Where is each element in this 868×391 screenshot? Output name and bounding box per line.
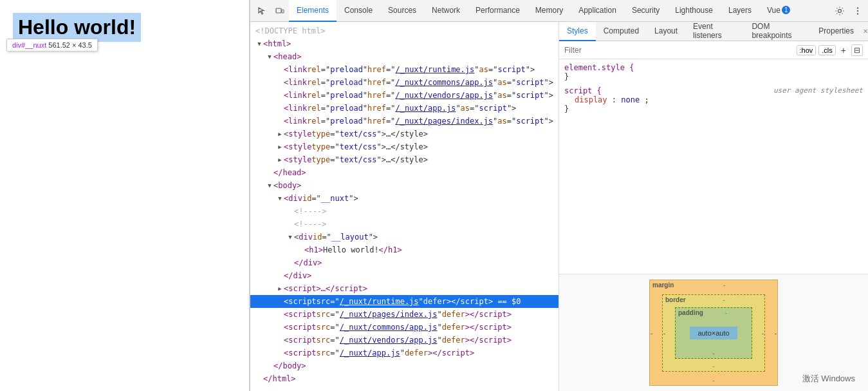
tooltip-tag: div#__nuxt	[12, 41, 46, 49]
svg-point-2	[838, 9, 842, 12]
line-div-nuxt[interactable]: ▼ <div id="__nuxt">	[250, 192, 559, 205]
line-script-pages: <script src="/_nuxt/pages/index.js" defe…	[250, 308, 559, 321]
box-content-inner: auto×auto	[690, 327, 737, 339]
expand-layout[interactable]: ▼	[286, 233, 294, 241]
toolbar-right	[832, 3, 865, 19]
line-link-3: <link rel="preload" href="/_nuxt/vendors…	[250, 89, 559, 102]
tab-layers[interactable]: Layers	[721, 0, 759, 22]
filter-cls-button[interactable]: .cls	[818, 45, 836, 55]
expand-html[interactable]: ▼	[255, 40, 263, 48]
line-head-open[interactable]: ▼ <head>	[250, 50, 559, 63]
svg-point-3	[857, 7, 858, 8]
expand-style2[interactable]: ▶	[276, 143, 284, 151]
line-script-commons: <script src="/_nuxt/commons/app.js" defe…	[250, 321, 559, 334]
line-div-layout[interactable]: ▼ <div id="__layout">	[250, 231, 559, 243]
subtab-computed[interactable]: Computed	[596, 22, 647, 41]
tab-application[interactable]: Application	[571, 0, 624, 22]
expand-head[interactable]: ▼	[266, 53, 273, 61]
box-border-inner: border - padding -	[662, 294, 765, 372]
expand-script-inline[interactable]: ▶	[276, 285, 284, 292]
expand-body[interactable]: ▼	[266, 182, 273, 189]
more-options-icon[interactable]	[850, 3, 865, 19]
line-body-close: </body>	[250, 359, 559, 372]
box-margin-right: -	[775, 329, 777, 336]
element-style-selector: element.style {	[564, 63, 863, 72]
subtab-properties[interactable]: Properties	[811, 22, 862, 41]
tab-console[interactable]: Console	[337, 0, 380, 22]
svg-point-5	[857, 13, 858, 14]
devtools-tabs: Elements Console Sources Network Perform…	[289, 0, 832, 22]
line-style-1[interactable]: ▶ <style type="text/css">…</style>	[250, 128, 559, 140]
subtab-event-listeners[interactable]: Event listeners	[685, 22, 744, 41]
line-link-1: <link rel="preload" href="/_nuxt/runtime…	[250, 63, 559, 76]
box-margin-left: -	[651, 329, 652, 336]
sub-tabs: Styles Computed Layout Event listeners D…	[559, 22, 868, 41]
subtab-styles[interactable]: Styles	[559, 22, 596, 41]
filter-hov-button[interactable]: :hov	[797, 45, 817, 55]
settings-icon[interactable]	[832, 3, 847, 19]
subtab-dom-breakpoints[interactable]: DOM breakpoints	[744, 22, 811, 41]
line-script-app: <script src="/_nuxt/app.js" defer></scri…	[250, 347, 559, 359]
add-style-rule-icon[interactable]: +	[841, 45, 846, 55]
tab-lighthouse[interactable]: Lighthouse	[667, 0, 721, 22]
element-style-block: element.style { }	[564, 63, 863, 81]
filter-bar: :hov .cls + ⊟	[559, 41, 868, 59]
devtools-panel: Elements Console Sources Network Perform…	[250, 0, 868, 391]
box-margin: margin - border -	[649, 280, 778, 386]
devtools-main: <!DOCTYPE html> ▼ <html> ▼ <head> <link …	[250, 22, 868, 391]
preview-area: Hello world! div#__nuxt 561.52 × 43.5	[0, 0, 250, 391]
device-toggle-icon[interactable]	[272, 3, 288, 19]
box-border-right: -	[762, 329, 764, 336]
line-link-5: <link rel="preload" href="/_nuxt/pages/i…	[250, 115, 559, 128]
filter-options: :hov .cls + ⊟	[797, 44, 863, 56]
script-display-property: display : none ;	[564, 95, 863, 104]
line-html-open[interactable]: ▼ <html>	[250, 37, 559, 50]
script-style-close: }	[564, 104, 863, 113]
line-style-3[interactable]: ▶ <style type="text/css">…</style>	[250, 153, 559, 166]
expand-nuxt[interactable]: ▼	[276, 195, 284, 202]
line-div-close1: </div>	[250, 256, 559, 269]
line-link-4: <link rel="preload" href="/_nuxt/app.js"…	[250, 102, 559, 115]
expand-styles-icon[interactable]: ⊟	[851, 44, 863, 56]
element-style-close: }	[564, 72, 863, 81]
html-panel[interactable]: <!DOCTYPE html> ▼ <html> ▼ <head> <link …	[250, 22, 559, 391]
styles-content: element.style { } script { user agent st…	[559, 59, 868, 274]
tooltip-dimensions: 561.52 × 43.5	[48, 41, 92, 49]
box-model-diagram: margin - border -	[649, 280, 778, 386]
line-script-vendors: <script src="/_nuxt/vendors/app.js" defe…	[250, 334, 559, 347]
tab-performance[interactable]: Performance	[468, 0, 528, 22]
right-panel: Styles Computed Layout Event listeners D…	[559, 22, 868, 391]
subtab-close[interactable]: ✕	[863, 28, 868, 35]
line-body-open[interactable]: ▼ <body>	[250, 179, 559, 192]
vue-badge: 1	[782, 6, 791, 14]
script-style-header: script { user agent stylesheet	[564, 86, 863, 95]
expand-style1[interactable]: ▶	[276, 130, 284, 138]
line-h1: <h1>Hello world!</h1>	[250, 243, 559, 256]
svg-point-4	[857, 10, 858, 11]
tab-vue[interactable]: Vue 1	[759, 0, 798, 22]
line-script-inline[interactable]: ▶ <script>…</script>	[250, 282, 559, 295]
line-html-close: </html>	[250, 372, 559, 385]
tab-sources[interactable]: Sources	[380, 0, 424, 22]
tab-network[interactable]: Network	[424, 0, 468, 22]
line-comment-2: <!---->	[250, 218, 559, 231]
tab-security[interactable]: Security	[624, 0, 667, 22]
tab-memory[interactable]: Memory	[528, 0, 571, 22]
line-doctype: <!DOCTYPE html>	[250, 24, 559, 37]
line-script-runtime[interactable]: <script src="/_nuxt/runtime.js" defer></…	[250, 295, 559, 308]
subtab-layout[interactable]: Layout	[647, 22, 685, 41]
hello-world-heading: Hello world!	[13, 13, 141, 42]
box-padding-inner: padding - auto×auto	[675, 307, 752, 359]
box-border-left: -	[663, 329, 665, 336]
line-style-2[interactable]: ▶ <style type="text/css">…</style>	[250, 140, 559, 153]
tab-elements[interactable]: Elements	[289, 0, 337, 22]
filter-input[interactable]	[564, 46, 797, 55]
activate-windows-watermark: 激活 Windows	[802, 373, 855, 385]
line-comment-1: <!---->	[250, 205, 559, 218]
expand-style3[interactable]: ▶	[276, 156, 284, 164]
line-link-2: <link rel="preload" href="/_nuxt/commons…	[250, 76, 559, 89]
cursor-icon[interactable]	[254, 3, 270, 19]
line-head-close: </head>	[250, 166, 559, 179]
element-tooltip: div#__nuxt 561.52 × 43.5	[6, 39, 98, 52]
devtools-toolbar: Elements Console Sources Network Perform…	[250, 0, 868, 22]
